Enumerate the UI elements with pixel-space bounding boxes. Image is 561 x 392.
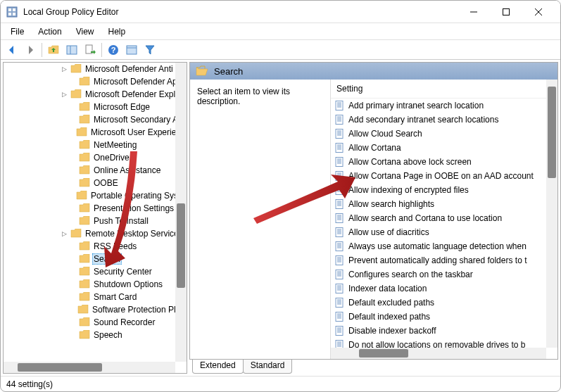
setting-row[interactable]: Allow use of diacritics: [331, 225, 557, 239]
setting-label: Configures search on the taskbar: [348, 270, 473, 279]
setting-row[interactable]: Always use automatic language detection …: [331, 239, 557, 253]
tree-item[interactable]: Push To Install: [4, 215, 187, 227]
setting-row[interactable]: Allow indexing of encrypted files: [331, 183, 557, 197]
tree-item-label: Microsoft Defender Expl: [84, 89, 177, 99]
close-button[interactable]: [522, 1, 555, 23]
menu-view[interactable]: View: [69, 25, 101, 38]
setting-row[interactable]: Allow Cortana above lock screen: [331, 155, 557, 169]
arrow-right-icon: [25, 44, 36, 56]
setting-row[interactable]: Allow search and Cortana to use location: [331, 211, 557, 225]
toolbar: ?: [1, 40, 560, 60]
tree-item[interactable]: ▷Microsoft Defender Anti: [4, 63, 187, 75]
tree-expander-icon[interactable]: ▷: [60, 91, 68, 98]
folder-up-icon: [48, 44, 59, 56]
filter-button[interactable]: [141, 42, 158, 58]
menu-file[interactable]: File: [4, 25, 31, 38]
setting-row[interactable]: Prevent automatically adding shared fold…: [331, 253, 557, 267]
menu-action[interactable]: Action: [31, 25, 68, 38]
svg-rect-14: [127, 46, 137, 54]
tree-item[interactable]: OneDrive: [4, 151, 187, 164]
list-horizontal-scrollbar[interactable]: [331, 348, 546, 359]
tree-item[interactable]: Security Center: [4, 265, 187, 278]
export-button[interactable]: [82, 42, 99, 58]
tree-item[interactable]: Smart Card: [4, 291, 187, 303]
tree-item[interactable]: Presentation Settings: [4, 202, 187, 215]
tree-expander-icon[interactable]: ▷: [60, 65, 68, 72]
setting-row[interactable]: Allow Cortana: [331, 141, 557, 155]
tree-item[interactable]: Shutdown Options: [4, 278, 187, 291]
app-icon: [6, 6, 18, 18]
setting-row[interactable]: Disable indexer backoff: [331, 324, 557, 338]
svg-rect-4: [13, 13, 15, 15]
tree-item[interactable]: OOBE: [4, 177, 187, 189]
setting-row[interactable]: Allow search highlights: [331, 197, 557, 211]
menu-help[interactable]: Help: [101, 25, 133, 38]
tree-item[interactable]: Microsoft Defender App: [4, 75, 187, 88]
svg-rect-6: [503, 8, 510, 15]
setting-label: Allow Cortana: [348, 143, 401, 153]
tree-item[interactable]: Online Assistance: [4, 164, 187, 177]
list-vertical-scrollbar[interactable]: [546, 80, 557, 348]
setting-label: Allow Cortana above lock screen: [348, 157, 472, 167]
help-button[interactable]: ?: [105, 42, 122, 58]
tree-item[interactable]: RSS Feeds: [4, 240, 187, 253]
properties-button[interactable]: [123, 42, 140, 58]
maximize-icon: [503, 8, 510, 15]
tree-item-label: Shutdown Options: [92, 279, 164, 289]
column-header-setting[interactable]: Setting: [331, 80, 557, 99]
tree-item[interactable]: NetMeeting: [4, 139, 187, 151]
tree-item-label: Remote Desktop Service: [84, 229, 180, 239]
tree-item[interactable]: Microsoft Secondary Aut: [4, 113, 187, 126]
tab-extended[interactable]: Extended: [192, 360, 244, 374]
minimize-button[interactable]: [458, 1, 490, 23]
setting-row[interactable]: Allow Cloud Search: [331, 127, 557, 141]
tree-item[interactable]: ▷Microsoft Defender Expl: [4, 88, 187, 101]
arrow-left-icon: [6, 44, 18, 56]
tree-item-label: Microsoft Secondary Aut: [92, 115, 187, 125]
up-button[interactable]: [45, 42, 62, 58]
setting-row[interactable]: Add secondary intranet search locations: [331, 113, 557, 127]
status-text: 44 setting(s): [6, 379, 53, 389]
setting-label: Always use automatic language detection …: [348, 241, 527, 251]
setting-row[interactable]: Default excluded paths: [331, 296, 557, 310]
setting-label: Allow use of diacritics: [348, 227, 429, 237]
tree-item[interactable]: Microsoft User Experienc: [4, 126, 187, 139]
setting-row[interactable]: Default indexed paths: [331, 310, 557, 324]
setting-row[interactable]: Add primary intranet search location: [331, 99, 557, 113]
setting-label: Default excluded paths: [348, 298, 434, 308]
tree-horizontal-scrollbar[interactable]: [4, 362, 175, 373]
tree-item-label: Smart Card: [92, 292, 138, 302]
setting-label: Prevent automatically adding shared fold…: [348, 255, 527, 265]
tree-item[interactable]: Portable Operating Syste: [4, 189, 187, 202]
tree-item-label: Presentation Settings: [92, 203, 175, 213]
maximize-button[interactable]: [490, 1, 522, 23]
tree-item-label: Security Center: [92, 267, 153, 277]
toolbar-separator: [42, 43, 42, 57]
tree-expander-icon[interactable]: ▷: [60, 230, 68, 237]
menubar: FileActionViewHelp: [1, 23, 560, 40]
tree-item-label: Search: [92, 253, 122, 265]
setting-row[interactable]: Configures search on the taskbar: [331, 267, 557, 282]
forward-button[interactable]: [22, 42, 39, 58]
setting-label: Allow search highlights: [348, 199, 434, 209]
settings-list: Setting Add primary intranet search loca…: [331, 80, 557, 359]
tree-item-label: Push To Install: [92, 216, 150, 226]
tree-item[interactable]: ▷Remote Desktop Service: [4, 227, 187, 240]
back-button[interactable]: [4, 42, 20, 58]
svg-rect-3: [8, 13, 11, 15]
tree-item[interactable]: Software Protection Platf: [4, 303, 187, 316]
setting-row[interactable]: Allow Cortana Page in OOBE on an AAD acc…: [331, 169, 557, 183]
tree-item[interactable]: Search: [4, 253, 187, 265]
tree-item[interactable]: Speech: [4, 329, 187, 341]
tree-item[interactable]: Microsoft Edge: [4, 101, 187, 113]
tree-item[interactable]: Sound Recorder: [4, 316, 187, 329]
tree-item-label: OOBE: [92, 178, 120, 188]
show-hide-tree-button[interactable]: [63, 42, 80, 58]
detail-header: Search: [190, 63, 557, 80]
setting-row[interactable]: Indexer data location: [331, 282, 557, 296]
tab-standard[interactable]: Standard: [243, 360, 293, 374]
toolbar-separator: [101, 43, 102, 57]
tree-vertical-scrollbar[interactable]: [175, 63, 187, 362]
tree-item-label: Microsoft Defender App: [92, 77, 183, 87]
folder-open-icon: [196, 65, 208, 77]
